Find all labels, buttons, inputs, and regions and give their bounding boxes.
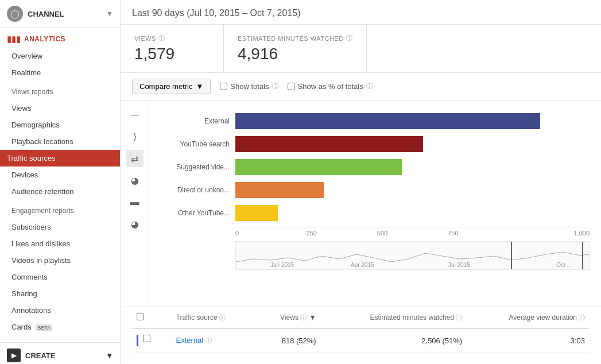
bar-fill[interactable] <box>235 182 324 198</box>
data-table: Traffic source ⓘ Views ⓘ ▼ Estimat <box>132 307 590 353</box>
x-axis: 0 250 500 750 1,000 <box>235 227 590 237</box>
table-chart-icon[interactable]: ▬ <box>126 193 144 211</box>
td-minutes: 2,506 (51%) <box>321 328 467 353</box>
sidebar-item-sharing[interactable]: Sharing <box>0 285 120 302</box>
bar-label: External <box>161 117 235 125</box>
views-col-info-icon[interactable]: ⓘ <box>300 313 307 322</box>
channel-header[interactable]: ◯ CHANNEL ▼ <box>0 0 120 28</box>
table-header-row: Traffic source ⓘ Views ⓘ ▼ Estimat <box>132 307 590 328</box>
range-handle-left[interactable] <box>511 242 512 269</box>
bar-track <box>235 159 590 175</box>
views-value: 1,579 <box>134 45 210 63</box>
show-totals-checkbox[interactable] <box>220 83 227 90</box>
pie-chart-icon[interactable]: ◕ <box>126 172 144 189</box>
show-percent-checkbox[interactable] <box>288 83 295 90</box>
avg-duration-col-info-icon[interactable]: ⓘ <box>579 313 585 322</box>
create-chevron-icon: ▼ <box>106 351 113 360</box>
td-indicator <box>132 328 172 353</box>
x-tick-1000: 1,000 <box>519 230 590 237</box>
views-sort-icon[interactable]: ▼ <box>309 313 316 322</box>
compare-metric-button[interactable]: Compare metric ▼ <box>132 79 211 94</box>
show-totals-label[interactable]: Show totals ⓘ <box>220 82 278 91</box>
bar-fill[interactable] <box>235 205 278 221</box>
table-row: External ⓘ 818 (52%) 2,506 (51%) 3:03 <box>132 328 590 353</box>
sidebar-item-cards[interactable]: Cards BETA <box>0 319 120 335</box>
minutes-metric: ESTIMATED MINUTES WATCHED ⓘ 4,916 <box>224 25 367 72</box>
th-views[interactable]: Views ⓘ ▼ <box>255 307 320 328</box>
sidebar-item-realtime[interactable]: Realtime <box>0 64 120 81</box>
bar-label: Suggested vide... <box>161 163 235 171</box>
bar-track <box>235 182 590 198</box>
sparkline-label-oct: Oct ... <box>556 262 572 268</box>
td-avg-duration: 3:03 <box>467 328 590 353</box>
bar-label: Other YouTube... <box>161 209 235 217</box>
row-checkbox[interactable] <box>143 335 150 342</box>
th-checkbox <box>132 307 172 328</box>
range-handle-right[interactable] <box>582 242 583 269</box>
show-totals-info-icon[interactable]: ⓘ <box>272 82 278 91</box>
x-tick-750: 750 <box>448 230 518 237</box>
x-tick-0: 0 <box>235 230 306 237</box>
table-container: Traffic source ⓘ Views ⓘ ▼ Estimat <box>121 307 601 364</box>
minutes-info-icon[interactable]: ⓘ <box>346 34 353 42</box>
bar-chart-icon[interactable]: ⇄ <box>126 150 144 167</box>
source-info-icon[interactable]: ⓘ <box>219 313 226 322</box>
sidebar-item-views[interactable]: Views <box>0 100 120 117</box>
controls-row: Compare metric ▼ Show totals ⓘ Show as %… <box>121 73 601 100</box>
views-info-icon[interactable]: ⓘ <box>158 34 165 42</box>
chart-type-sidebar: — ⟩ ⇄ ◕ ▬ ◕ <box>121 100 149 307</box>
th-source[interactable]: Traffic source ⓘ <box>172 307 256 328</box>
bar-fill[interactable] <box>235 136 423 152</box>
sidebar-item-videos-in-playlists[interactable]: Videos in playlists <box>0 252 120 269</box>
line-chart-icon[interactable]: — <box>126 106 144 123</box>
bar-chart-main: ExternalYouTube searchSuggested vide...D… <box>149 100 601 307</box>
th-avg-duration[interactable]: Average view duration ⓘ <box>467 307 590 328</box>
sidebar-item-annotations[interactable]: Annotations <box>0 302 120 319</box>
sidebar-item-likes-dislikes[interactable]: Likes and dislikes <box>0 235 120 252</box>
compare-chevron-icon: ▼ <box>196 82 203 91</box>
sidebar: ◯ CHANNEL ▼ ▮▮▮ ANALYTICS Overview Realt… <box>0 0 121 364</box>
bar-row: YouTube search <box>161 135 590 153</box>
bar-row: Other YouTube... <box>161 204 590 222</box>
bar-fill[interactable] <box>235 159 402 175</box>
sidebar-views-reports-header: Views reports <box>0 81 120 100</box>
select-all-checkbox[interactable] <box>137 313 144 320</box>
show-percent-label[interactable]: Show as % of totals ⓘ <box>288 82 373 91</box>
sidebar-item-comments[interactable]: Comments <box>0 269 120 285</box>
td-source: External ⓘ <box>172 328 256 353</box>
sidebar-item-demographics[interactable]: Demographics <box>0 117 120 133</box>
sidebar-item-audience-retention[interactable]: Audience retention <box>0 183 120 200</box>
minutes-value: 4,916 <box>238 45 352 63</box>
sparkline-label-apr: Apr 2015 <box>351 262 374 268</box>
sidebar-item-playback-locations[interactable]: Playback locations <box>0 133 120 150</box>
date-range-header: Last 90 days (Jul 10, 2015 – Oct 7, 2015… <box>121 0 601 25</box>
sidebar-item-devices[interactable]: Devices <box>0 166 120 183</box>
th-minutes[interactable]: Estimated minutes watched ⓘ <box>321 307 467 328</box>
bar-row: External <box>161 112 590 130</box>
td-views: 818 (52%) <box>255 328 320 353</box>
sidebar-item-traffic-sources[interactable]: Traffic sources <box>0 150 120 166</box>
metrics-row: VIEWS ⓘ 1,579 ESTIMATED MINUTES WATCHED … <box>121 25 601 73</box>
sidebar-item-overview[interactable]: Overview <box>0 48 120 64</box>
cards-beta-badge: BETA <box>36 324 52 331</box>
bar-chart: ExternalYouTube searchSuggested vide...D… <box>161 112 590 222</box>
show-percent-info-icon[interactable]: ⓘ <box>366 82 373 91</box>
analytics-section-header: ▮▮▮ ANALYTICS <box>0 28 120 48</box>
chart-container: — ⟩ ⇄ ◕ ▬ ◕ ExternalYouTube searchSugges… <box>121 100 601 307</box>
chevron-down-icon: ▼ <box>106 10 113 18</box>
source-link-external[interactable]: External <box>176 336 204 344</box>
bar-track <box>235 205 590 221</box>
sidebar-item-subscribers[interactable]: Subscribers <box>0 219 120 235</box>
views-label: VIEWS ⓘ <box>134 34 210 42</box>
bar-fill[interactable] <box>235 113 540 129</box>
create-section[interactable]: ▶ CREATE ▼ <box>0 342 120 364</box>
date-range-text: Last 90 days (Jul 10, 2015 – Oct 7, 2015… <box>132 8 301 18</box>
map-chart-icon[interactable]: ◕ <box>126 215 144 233</box>
sparkline-area: Jan 2015 Apr 2015 Jul 2015 Oct ... <box>235 241 590 270</box>
minutes-col-info-icon[interactable]: ⓘ <box>456 313 462 322</box>
bar-track <box>235 136 590 152</box>
area-chart-icon[interactable]: ⟩ <box>126 128 144 145</box>
external-info-icon[interactable]: ⓘ <box>205 337 212 344</box>
views-metric: VIEWS ⓘ 1,579 <box>121 25 224 72</box>
create-label: CREATE <box>25 351 106 360</box>
